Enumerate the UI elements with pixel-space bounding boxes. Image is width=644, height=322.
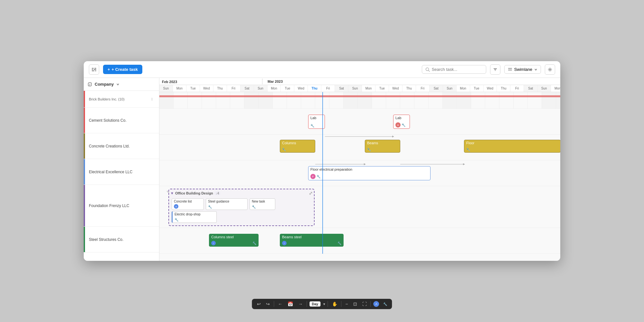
task-concrete-beams[interactable]: Beams 🔧: [365, 140, 400, 153]
filter-button[interactable]: [490, 64, 500, 75]
svg-point-16: [152, 99, 152, 99]
create-task-button[interactable]: + + Create task: [103, 65, 142, 74]
gantt-row-concrete: Columns 🔧 Beams 🔧 Floor 🔧: [159, 135, 560, 160]
task-electric-drop[interactable]: Electric drop-shop 🔧: [172, 211, 217, 223]
task-pin-icon: 🔧: [310, 124, 314, 128]
gantt-view-button[interactable]: [89, 64, 99, 75]
swimlane-button[interactable]: Swimlane: [504, 65, 541, 74]
task-pin-icon6: 🔧: [317, 175, 320, 178]
task-steel-beams[interactable]: Beams steel i 🔧: [280, 234, 344, 247]
task-pin-icon9: 🔧: [175, 218, 178, 222]
day-fri-17: Fri: [416, 85, 430, 92]
svg-rect-4: [92, 71, 94, 71]
svg-rect-2: [92, 69, 93, 70]
settings-button[interactable]: [545, 64, 555, 75]
task-columns-label: Columns: [282, 141, 296, 145]
task-concrete-list[interactable]: Concrete list A: [172, 198, 204, 210]
day-tue-28: Tue: [186, 85, 200, 92]
task-cement-lab2[interactable]: Lab A 🔧: [393, 115, 410, 129]
steel-guidance-label: Steel guidance: [208, 200, 229, 203]
row-bar-foundation: [84, 185, 85, 226]
search-input[interactable]: [432, 67, 477, 72]
group-actions: ⤢: [309, 191, 313, 196]
group-header: ▼ Office Building Design ↓4 ⤢: [170, 191, 313, 196]
day-sun-12: Sun: [348, 85, 362, 92]
day-fri-3: Fri: [227, 85, 241, 92]
today-line: [322, 92, 323, 254]
new-task-label: New task: [252, 200, 265, 203]
task-steel-columns[interactable]: Columns steel i 🔧: [209, 234, 259, 247]
day-tue-14: Tue: [375, 85, 389, 92]
row-action-icon[interactable]: [150, 97, 154, 101]
group-count: ↓4: [214, 192, 221, 195]
day-fri-10: Fri: [321, 85, 335, 92]
day-mon-20: Mon: [457, 85, 470, 92]
row-brick: Brick Builders Inc. (10): [84, 91, 159, 108]
month-mar-label: Mar 2023: [265, 80, 285, 83]
company-label-steel: Steel Structures Co.: [89, 237, 123, 242]
task-pin-icon3: 🔧: [282, 148, 286, 151]
collapse-icon[interactable]: ▼: [170, 191, 174, 195]
row-cement: Cement Solutions Co.: [84, 108, 159, 133]
brick-bar: [159, 95, 560, 97]
task-new-task[interactable]: New task 🔧: [250, 198, 275, 210]
day-thu-2: Thu: [213, 85, 227, 92]
task-pin-icon4: 🔧: [367, 148, 371, 151]
day-thu-9: Thu: [308, 85, 321, 92]
day-mon-27: Mon: [173, 85, 186, 92]
svg-line-7: [428, 70, 430, 71]
svg-rect-0: [92, 68, 94, 69]
day-sun-5: Sun: [254, 85, 268, 92]
search-box[interactable]: [422, 65, 486, 74]
edit-icon[interactable]: ✎: [166, 190, 169, 194]
gantt-inner: Feb 2023 Mar 2023 Sun Mon Tue Wed Thu Fr…: [159, 78, 560, 254]
day-thu-16: Thu: [402, 85, 416, 92]
month-feb-label: Feb 2023: [159, 80, 180, 84]
day-thu-23: Thu: [497, 85, 510, 92]
day-wed-15: Wed: [389, 85, 402, 92]
row-bar-steel: [84, 227, 85, 252]
svg-rect-12: [508, 70, 512, 71]
task-concrete-floor[interactable]: Floor 🔧: [464, 140, 560, 153]
task-foundation-group[interactable]: ▼ Office Building Design ↓4 ⤢: [168, 189, 315, 226]
day-sat-11: Sat: [335, 85, 348, 92]
steel-columns-label: Columns steel: [211, 235, 234, 239]
task-concrete-columns[interactable]: Columns 🔧: [280, 140, 315, 153]
row-bar-cement: [84, 108, 85, 133]
day-mon-6: Mon: [268, 85, 281, 92]
svg-point-15: [152, 98, 152, 99]
create-task-label: + Create task: [112, 67, 138, 72]
company-label-brick: Brick Builders Inc. (10): [89, 97, 125, 101]
search-icon: [425, 67, 430, 72]
task-label2: Lab: [395, 116, 401, 120]
main-content: Company Brick Builders Inc. (10): [84, 78, 560, 261]
gantt-area[interactable]: Feb 2023 Mar 2023 Sun Mon Tue Wed Thu Fr…: [159, 78, 560, 261]
month-feb: Feb 2023: [159, 79, 262, 84]
day-sat-25: Sat: [524, 85, 537, 92]
task-pin-icon2: 🔧: [402, 123, 405, 127]
day-sun-26-mar: Sun: [537, 85, 551, 92]
svg-rect-5: [95, 71, 96, 71]
day-sun-26: Sun: [159, 85, 173, 92]
task-floor-prep-label: Floor electrical preparation: [310, 167, 352, 171]
gantt-row-foundation: ▼ Office Building Design ↓4 ⤢: [159, 186, 560, 228]
gantt-row-electrical: Floor electrical preparation P 🔧: [159, 160, 560, 186]
task-steel-guidance[interactable]: Steel guidance 🔧: [206, 198, 248, 210]
row-concrete: Concrete Creations Ltd.: [84, 133, 159, 159]
group-expand-icon[interactable]: ⤢: [309, 191, 313, 196]
day-mon-27-mar: Mon: [551, 85, 560, 92]
avatar-blue-icon: A: [174, 204, 178, 209]
day-wed-22: Wed: [484, 85, 497, 92]
gantt-row-steel: Columns steel i 🔧 Beams steel i 🔧: [159, 228, 560, 254]
chevron-down-icon: [534, 68, 537, 71]
day-fri-24: Fri: [510, 85, 524, 92]
row-foundation: Foundation Frenzy LLC: [84, 185, 159, 227]
row-bar-electrical: [84, 159, 85, 185]
month-header: Feb 2023 Mar 2023: [159, 78, 560, 85]
steel-col-avatar: i: [211, 241, 216, 245]
task-electrical-floor-prep[interactable]: Floor electrical preparation P 🔧: [308, 166, 431, 180]
task-pin-icon8: 🔧: [252, 205, 256, 209]
steel-beam-avatar: i: [282, 241, 287, 245]
company-label-foundation: Foundation Frenzy LLC: [89, 204, 129, 208]
day-tue-21: Tue: [470, 85, 484, 92]
